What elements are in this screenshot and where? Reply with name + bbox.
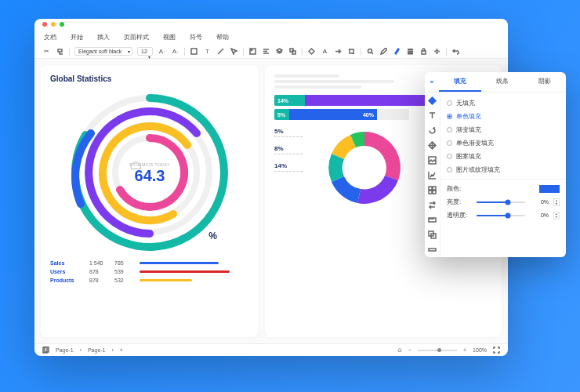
layout-icon[interactable] — [428, 140, 437, 150]
image-icon[interactable] — [428, 155, 437, 165]
maximize-icon[interactable] — [60, 22, 64, 27]
fullscreen-icon[interactable] — [493, 347, 500, 354]
text-icon[interactable] — [428, 111, 437, 120]
stats-card[interactable]: Global Statistics DYNAMICS TODAY 64. — [41, 65, 259, 337]
color-swatch[interactable] — [539, 185, 560, 193]
lineweight-icon[interactable] — [406, 47, 415, 56]
svg-rect-0 — [191, 49, 197, 54]
fontcolor-icon[interactable]: A — [321, 47, 329, 56]
radial-chart: DYNAMICS TODAY 64.3 % — [63, 86, 236, 259]
undo-icon[interactable] — [451, 47, 460, 56]
fill-none[interactable]: 无填充 — [447, 96, 560, 110]
rotate-icon[interactable] — [428, 125, 437, 135]
opacity-stepper[interactable]: ▴▾ — [553, 212, 560, 220]
more-icon[interactable] — [428, 245, 437, 254]
titlebar — [34, 19, 508, 30]
format-painter-icon[interactable] — [56, 47, 64, 56]
menu-item[interactable]: 符号 — [190, 33, 202, 42]
tab-fill[interactable]: 填充 — [439, 72, 481, 92]
pages-icon[interactable] — [42, 347, 49, 354]
fill-solid[interactable]: 单色填充 — [447, 110, 560, 123]
statusbar: Page-1 ‹ Page-1 › + ⊙ − + 100% — [34, 343, 508, 356]
chart-icon[interactable] — [428, 170, 437, 180]
prev-page-icon[interactable]: ‹ — [80, 347, 82, 353]
brightness-stepper[interactable]: ▴▾ — [553, 198, 560, 206]
pencil-icon[interactable] — [379, 47, 388, 56]
pointer-icon[interactable] — [230, 47, 238, 56]
menu-item[interactable]: 开始 — [71, 33, 83, 42]
tab-shadow[interactable]: 阴影 — [524, 72, 566, 92]
properties-panel[interactable]: « 填充 线条 阴影 无填充 单色填充 渐变填充 单色渐变填充 图案填充 图片或… — [425, 72, 566, 257]
svg-rect-4 — [292, 51, 295, 54]
fontsize-select[interactable]: 12 — [137, 47, 153, 56]
decrease-font-icon[interactable]: A↓ — [171, 47, 179, 56]
next-page-icon[interactable]: › — [112, 347, 114, 353]
brightness-row: 亮度: 0% ▴▾ — [447, 195, 560, 209]
opacity-row: 透明度: 0% ▴▾ — [447, 209, 560, 222]
zoom-out-icon[interactable]: − — [408, 347, 411, 353]
svg-rect-6 — [422, 51, 426, 54]
fill-gradient[interactable]: 渐变填充 — [447, 123, 560, 136]
menu-item[interactable]: 视图 — [163, 33, 176, 42]
menu-item[interactable]: 页面样式 — [124, 33, 149, 42]
fill-icon[interactable] — [307, 47, 316, 56]
tab-line[interactable]: 线条 — [481, 72, 524, 92]
group-icon[interactable] — [288, 47, 297, 56]
swap-icon[interactable] — [428, 200, 437, 209]
page-tab[interactable]: Page-1 — [56, 347, 74, 353]
pen-icon[interactable] — [393, 47, 401, 56]
fill-pattern[interactable]: 图案填充 — [447, 150, 560, 163]
placeholder-line — [274, 85, 361, 89]
add-page-icon[interactable]: + — [120, 347, 123, 353]
svg-rect-18 — [433, 191, 436, 194]
increase-font-icon[interactable]: A↑ — [158, 47, 166, 56]
panel-sidebar — [425, 93, 440, 257]
zoom-in-icon[interactable]: + — [463, 347, 466, 353]
toolbar: ✂ Elegant soft black 12 A↑ A↓ T A — [34, 45, 508, 59]
crop-icon[interactable] — [347, 47, 356, 56]
svg-rect-22 — [429, 249, 436, 251]
menu-item[interactable]: 帮助 — [216, 33, 229, 42]
zoom-value: 100% — [473, 347, 487, 353]
font-select[interactable]: Elegant soft black — [74, 47, 132, 56]
page-label: Page-1 — [88, 347, 106, 353]
arrow-icon[interactable] — [334, 47, 343, 56]
svg-rect-17 — [429, 191, 432, 194]
line-icon[interactable] — [216, 47, 225, 56]
placeholder-line — [274, 74, 339, 78]
color-row: 颜色: — [447, 182, 560, 195]
align-icon[interactable] — [262, 47, 270, 56]
stats-table: Sales1 540785 Users878539 Products878532 — [50, 260, 249, 283]
copy-icon[interactable] — [428, 230, 437, 239]
shape-icon[interactable] — [428, 96, 437, 105]
fill-mono-gradient[interactable]: 单色渐变填充 — [447, 136, 560, 150]
minimize-icon[interactable] — [51, 22, 56, 27]
menu-item[interactable]: 插入 — [97, 33, 110, 42]
close-icon[interactable] — [42, 22, 47, 27]
settings-icon[interactable] — [433, 47, 441, 56]
svg-point-7 — [436, 50, 438, 53]
placeholder-line — [274, 80, 394, 83]
fit-icon[interactable]: ⊙ — [397, 347, 402, 354]
lock-icon[interactable] — [419, 47, 428, 56]
text-icon[interactable]: T — [203, 47, 212, 56]
ruler-icon[interactable] — [428, 215, 437, 224]
svg-rect-15 — [429, 187, 432, 190]
hbar: 5% 40% — [274, 109, 409, 120]
svg-point-2 — [251, 49, 252, 50]
opacity-slider[interactable] — [477, 215, 525, 216]
panel-back-icon[interactable]: « — [425, 72, 439, 92]
layers-icon[interactable] — [275, 47, 284, 56]
fill-image[interactable]: 图片或纹理填充 — [447, 163, 560, 176]
pct-symbol: % — [208, 230, 217, 241]
menubar: 文档 开始 插入 页面样式 视图 符号 帮助 — [34, 30, 508, 45]
rect-icon[interactable] — [190, 47, 198, 56]
search-icon[interactable] — [366, 47, 375, 56]
cut-icon[interactable]: ✂ — [42, 47, 51, 56]
svg-rect-16 — [433, 187, 436, 190]
image-icon[interactable] — [248, 47, 257, 56]
brightness-slider[interactable] — [477, 201, 525, 203]
menu-item[interactable]: 文档 — [44, 33, 56, 42]
svg-point-5 — [368, 49, 372, 53]
grid-icon[interactable] — [428, 185, 437, 194]
